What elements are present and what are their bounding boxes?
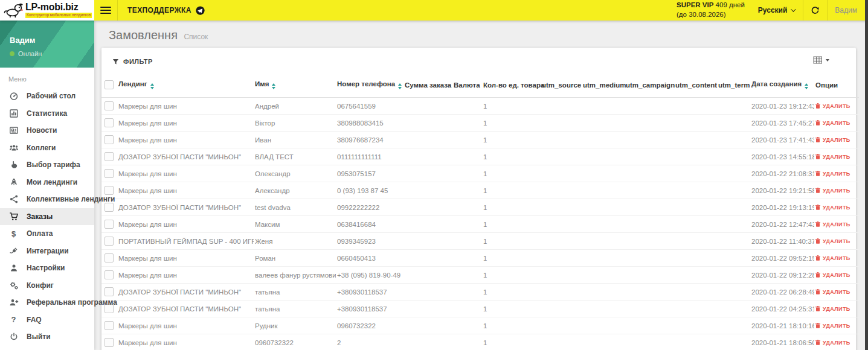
cell-utm-medium: [582, 284, 625, 301]
cell-utm-campaign: [625, 115, 674, 132]
column-header-utm-term: utm_term: [717, 73, 750, 98]
row-checkbox[interactable]: [104, 237, 114, 246]
cell-utm-content: [674, 182, 717, 199]
delete-button[interactable]: УДАЛИТЬ: [815, 170, 850, 178]
column-settings-button[interactable]: [813, 56, 829, 64]
row-checkbox[interactable]: [104, 101, 114, 110]
delete-button[interactable]: УДАЛИТЬ: [815, 153, 850, 161]
support-label: ТЕХПОДДЕРЖКА: [127, 6, 191, 14]
sidebar-item-tariff[interactable]: Выбор тарифа: [0, 156, 94, 174]
cell-currency: [452, 148, 482, 165]
table-row: Маркеры для шин Александр 0 (93) 193 87 …: [101, 182, 859, 199]
cell-utm-campaign: [625, 334, 674, 350]
sidebar-item-collective-landings[interactable]: Коллективные лендинги: [0, 191, 94, 208]
row-checkbox[interactable]: [104, 118, 114, 127]
logo-dog-icon: [4, 2, 24, 19]
sidebar-item-referral[interactable]: Реферальная программа: [0, 294, 94, 311]
sidebar-item-logout[interactable]: Выйти: [0, 328, 94, 346]
grid-icon: [813, 56, 823, 64]
cell-phone: 0660450413: [336, 250, 403, 267]
row-checkbox[interactable]: [104, 220, 114, 229]
column-header-phone[interactable]: Номер телефона: [336, 73, 403, 98]
sidebar-item-news[interactable]: Новости: [0, 122, 94, 139]
row-checkbox[interactable]: [104, 169, 114, 178]
trash-icon: [815, 205, 820, 210]
sidebar-item-payment[interactable]: $ Оплата: [0, 225, 94, 243]
cell-qty: 1: [482, 284, 541, 301]
sidebar-item-dashboard[interactable]: Рабочий стол: [0, 88, 94, 105]
cell-phone: +380930118537: [336, 284, 403, 301]
support-link[interactable]: ТЕХПОДДЕРЖКА: [121, 6, 211, 15]
sidebar-item-faq[interactable]: ? FAQ: [0, 311, 94, 329]
trash-icon: [815, 272, 820, 278]
delete-button[interactable]: УДАЛИТЬ: [815, 102, 850, 110]
page-scrollbar[interactable]: [865, 0, 868, 350]
table-row: Маркеры для шин Рудник 0960732322 1 2020…: [101, 317, 859, 334]
row-checkbox[interactable]: [104, 135, 114, 144]
cell-sum: [403, 216, 452, 233]
cell-name: Олександр: [254, 165, 336, 182]
cell-utm-term: [717, 317, 750, 334]
table-row: Маркеры для шин Роман 0660450413 1 2020-…: [101, 250, 859, 267]
row-checkbox[interactable]: [104, 253, 114, 262]
cell-sum: [403, 250, 452, 267]
row-checkbox[interactable]: [104, 321, 114, 330]
column-header-name[interactable]: Имя: [254, 73, 336, 98]
main-content: Замовлення Список ФИЛЬТР: [94, 21, 865, 350]
delete-button[interactable]: УДАЛИТЬ: [815, 288, 850, 296]
delete-button[interactable]: УДАЛИТЬ: [815, 220, 850, 229]
filter-label: ФИЛЬТР: [123, 58, 153, 65]
cell-utm-medium: [582, 199, 625, 216]
delete-button[interactable]: УДАЛИТЬ: [815, 305, 850, 313]
cell-sum: [403, 233, 452, 250]
topbar-username[interactable]: Вадим: [831, 6, 863, 14]
sidebar-item-config[interactable]: Конфиг: [0, 277, 94, 294]
cell-currency: [452, 165, 482, 182]
cell-date: 2020-01-22 06:28:49: [750, 284, 814, 301]
sidebar-item-settings[interactable]: Настройки: [0, 259, 94, 277]
row-checkbox[interactable]: [104, 287, 114, 296]
sidebar-item-statistics[interactable]: Статистика: [0, 105, 94, 122]
filter-button[interactable]: ФИЛЬТР: [112, 58, 153, 65]
cell-qty: 1: [482, 216, 541, 233]
column-header-landing[interactable]: Лендинг: [117, 73, 254, 98]
delete-button[interactable]: УДАЛИТЬ: [815, 237, 850, 246]
delete-button[interactable]: УДАЛИТЬ: [815, 254, 850, 262]
delete-button[interactable]: УДАЛИТЬ: [815, 136, 850, 144]
cell-qty: 1: [482, 148, 541, 165]
delete-button[interactable]: УДАЛИТЬ: [815, 186, 850, 195]
delete-button[interactable]: УДАЛИТЬ: [815, 339, 850, 347]
cell-landing: Маркеры для шин: [117, 334, 254, 350]
row-checkbox[interactable]: [104, 203, 114, 212]
row-checkbox[interactable]: [104, 338, 114, 347]
delete-button[interactable]: УДАЛИТЬ: [815, 322, 850, 330]
delete-button[interactable]: УДАЛИТЬ: [815, 271, 850, 279]
select-all-checkbox[interactable]: [104, 80, 114, 89]
sidebar-item-orders[interactable]: Заказы: [0, 208, 94, 226]
column-header-date[interactable]: Дата создания: [750, 73, 814, 98]
language-selector[interactable]: Русский: [753, 6, 800, 14]
newspaper-icon: [8, 126, 19, 136]
cell-date: 2020-01-23 19:12:43: [750, 98, 814, 115]
sidebar-item-colleagues[interactable]: Коллеги: [0, 139, 94, 157]
sidebar-item-my-landings[interactable]: Мои лендинги: [0, 174, 94, 191]
logo[interactable]: LP-mobi.biz Конструктор мобильных лендин…: [0, 0, 94, 21]
row-checkbox[interactable]: [104, 186, 114, 195]
cell-utm-medium: [582, 132, 625, 148]
cell-utm-campaign: [625, 182, 674, 199]
refresh-button[interactable]: [807, 5, 823, 16]
column-header-qty: Кол-во ед. товара: [482, 73, 541, 98]
trash-icon: [815, 120, 820, 126]
table-row: ДОЗАТОР ЗУБНОЇ ПАСТИ "МИНЬОН" ВЛАД ТЕСТ …: [101, 148, 859, 165]
menu-toggle-button[interactable]: [98, 2, 114, 18]
row-checkbox[interactable]: [104, 270, 114, 279]
cell-utm-source: [541, 334, 582, 350]
sidebar-item-integrations[interactable]: Интеграции: [0, 243, 94, 260]
row-checkbox[interactable]: [104, 152, 114, 161]
cell-currency: [452, 301, 482, 317]
cell-utm-medium: [582, 182, 625, 199]
cell-utm-term: [717, 148, 750, 165]
cell-date: 2020-01-21 18:06:50: [750, 334, 814, 350]
delete-button[interactable]: УДАЛИТЬ: [815, 119, 850, 127]
delete-button[interactable]: УДАЛИТЬ: [815, 203, 850, 212]
